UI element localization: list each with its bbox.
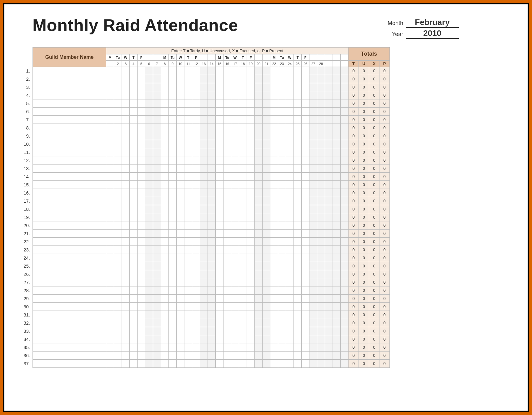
attendance-cell[interactable] [270,352,278,360]
attendance-cell[interactable] [122,238,130,246]
attendance-cell[interactable] [286,343,294,352]
attendance-cell[interactable] [130,352,138,360]
attendance-cell[interactable] [200,213,208,221]
attendance-cell[interactable] [130,173,138,181]
attendance-cell[interactable] [270,286,278,295]
attendance-cell[interactable] [138,181,145,189]
attendance-cell[interactable] [106,205,114,213]
attendance-cell[interactable] [294,173,302,181]
attendance-cell[interactable] [341,91,349,99]
attendance-cell[interactable] [200,311,208,319]
attendance-cell[interactable] [130,75,138,83]
attendance-cell[interactable] [231,67,239,75]
attendance-cell[interactable] [184,360,192,368]
attendance-cell[interactable] [223,335,231,343]
attendance-cell[interactable] [177,67,184,75]
attendance-cell[interactable] [106,189,114,197]
attendance-cell[interactable] [278,83,286,91]
attendance-cell[interactable] [145,116,153,124]
attendance-cell[interactable] [114,238,122,246]
attendance-cell[interactable] [122,148,130,156]
attendance-cell[interactable] [294,221,302,230]
attendance-cell[interactable] [333,181,341,189]
attendance-cell[interactable] [184,335,192,343]
attendance-cell[interactable] [309,230,317,238]
attendance-cell[interactable] [177,197,184,205]
attendance-cell[interactable] [130,181,138,189]
attendance-cell[interactable] [302,213,309,221]
attendance-cell[interactable] [114,205,122,213]
attendance-cell[interactable] [247,75,255,83]
attendance-cell[interactable] [286,221,294,230]
attendance-cell[interactable] [239,303,247,311]
attendance-cell[interactable] [130,335,138,343]
attendance-cell[interactable] [231,278,239,286]
attendance-cell[interactable] [302,75,309,83]
attendance-cell[interactable] [309,311,317,319]
attendance-cell[interactable] [239,360,247,368]
attendance-cell[interactable] [161,75,169,83]
attendance-cell[interactable] [317,254,325,262]
attendance-cell[interactable] [333,132,341,140]
attendance-cell[interactable] [325,164,333,173]
attendance-cell[interactable] [161,83,169,91]
attendance-cell[interactable] [278,91,286,99]
attendance-cell[interactable] [184,197,192,205]
attendance-cell[interactable] [294,295,302,303]
attendance-cell[interactable] [153,311,161,319]
attendance-cell[interactable] [192,189,200,197]
guild-member-name-cell[interactable] [33,262,106,270]
attendance-cell[interactable] [231,319,239,327]
attendance-cell[interactable] [263,83,270,91]
attendance-cell[interactable] [239,91,247,99]
attendance-cell[interactable] [325,205,333,213]
attendance-cell[interactable] [309,213,317,221]
attendance-cell[interactable] [333,303,341,311]
attendance-cell[interactable] [145,75,153,83]
attendance-cell[interactable] [223,83,231,91]
attendance-cell[interactable] [184,319,192,327]
attendance-cell[interactable] [138,213,145,221]
attendance-cell[interactable] [294,230,302,238]
attendance-cell[interactable] [263,303,270,311]
attendance-cell[interactable] [278,262,286,270]
attendance-cell[interactable] [247,197,255,205]
attendance-cell[interactable] [138,156,145,164]
attendance-cell[interactable] [161,164,169,173]
attendance-cell[interactable] [145,303,153,311]
attendance-cell[interactable] [317,311,325,319]
attendance-cell[interactable] [138,148,145,156]
attendance-cell[interactable] [122,116,130,124]
attendance-cell[interactable] [231,83,239,91]
attendance-cell[interactable] [231,262,239,270]
attendance-cell[interactable] [200,303,208,311]
attendance-cell[interactable] [177,352,184,360]
attendance-cell[interactable] [333,230,341,238]
attendance-cell[interactable] [341,303,349,311]
attendance-cell[interactable] [341,360,349,368]
attendance-cell[interactable] [325,189,333,197]
attendance-cell[interactable] [286,303,294,311]
attendance-cell[interactable] [333,238,341,246]
attendance-cell[interactable] [216,343,223,352]
attendance-cell[interactable] [341,238,349,246]
attendance-cell[interactable] [255,311,263,319]
attendance-cell[interactable] [270,246,278,254]
attendance-cell[interactable] [184,286,192,295]
attendance-cell[interactable] [208,360,216,368]
attendance-cell[interactable] [223,278,231,286]
attendance-cell[interactable] [231,205,239,213]
attendance-cell[interactable] [177,262,184,270]
attendance-cell[interactable] [270,75,278,83]
attendance-cell[interactable] [278,254,286,262]
attendance-cell[interactable] [333,124,341,132]
attendance-cell[interactable] [278,173,286,181]
attendance-cell[interactable] [130,140,138,148]
attendance-cell[interactable] [130,148,138,156]
attendance-cell[interactable] [231,156,239,164]
attendance-cell[interactable] [247,270,255,278]
guild-member-name-cell[interactable] [33,156,106,164]
guild-member-name-cell[interactable] [33,148,106,156]
attendance-cell[interactable] [294,213,302,221]
attendance-cell[interactable] [184,246,192,254]
